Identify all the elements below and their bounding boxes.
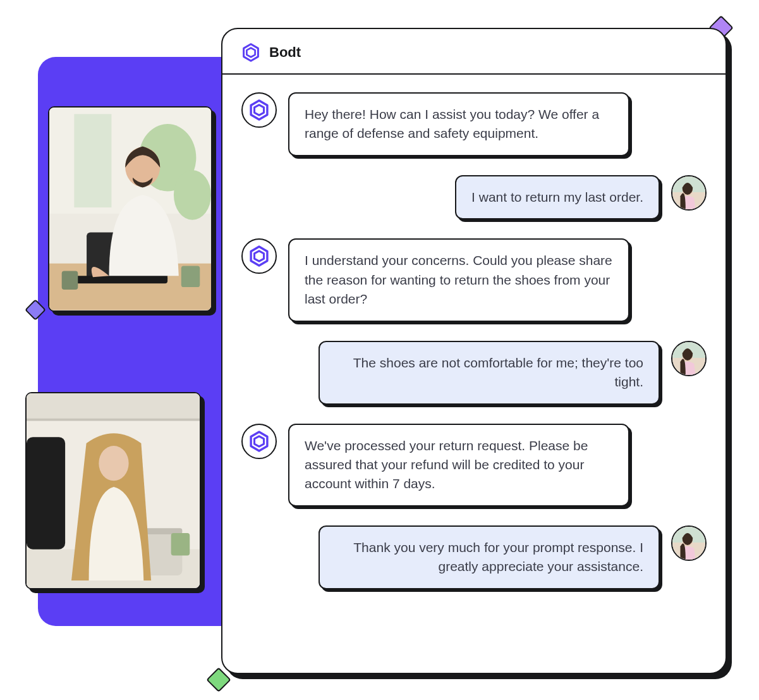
chat-window: Bodt Hey there! How can I assist you tod… xyxy=(221,28,727,674)
bot-avatar-icon xyxy=(241,424,277,459)
brand-name: Bodt xyxy=(269,44,301,61)
illustration-photo-2 xyxy=(25,392,201,589)
message-row: The shoes are not comfortable for me; th… xyxy=(241,341,707,405)
chat-body: Hey there! How can I assist you today? W… xyxy=(222,75,726,673)
bot-message-bubble: We've processed your return request. Ple… xyxy=(288,424,629,507)
bot-avatar-icon xyxy=(241,238,277,274)
user-avatar-icon xyxy=(671,525,707,561)
brand-logo-icon xyxy=(241,43,260,62)
user-avatar-icon xyxy=(671,341,707,376)
chat-header: Bodt xyxy=(222,29,726,75)
decor-diamond-icon xyxy=(206,667,231,692)
user-message-bubble: I want to return my last order. xyxy=(455,175,660,219)
message-row: Hey there! How can I assist you today? W… xyxy=(241,92,707,156)
message-row: We've processed your return request. Ple… xyxy=(241,424,707,507)
illustration-photo-1 xyxy=(48,106,212,312)
message-row: I understand your concerns. Could you pl… xyxy=(241,238,707,321)
message-row: I want to return my last order. xyxy=(241,175,707,219)
bot-message-bubble: I understand your concerns. Could you pl… xyxy=(288,238,629,321)
bot-avatar-icon xyxy=(241,92,277,128)
bot-message-bubble: Hey there! How can I assist you today? W… xyxy=(288,92,629,156)
user-avatar-icon xyxy=(671,175,707,211)
message-row: Thank you very much for your prompt resp… xyxy=(241,525,707,589)
user-message-bubble: The shoes are not comfortable for me; th… xyxy=(319,341,660,405)
user-message-bubble: Thank you very much for your prompt resp… xyxy=(319,525,660,589)
